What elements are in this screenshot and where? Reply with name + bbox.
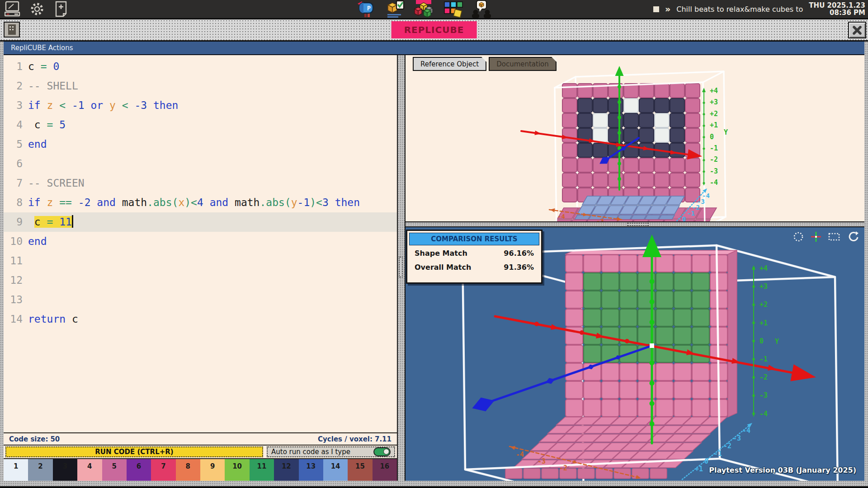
svg-text:+2: +2 (760, 300, 768, 309)
svg-text:-3: -3 (710, 167, 718, 175)
reset-view-icon[interactable] (846, 231, 859, 243)
orbit-icon[interactable] (793, 231, 804, 243)
svg-text:0: 0 (760, 337, 764, 345)
music-stop-icon[interactable] (653, 6, 659, 12)
palette-swatch-14[interactable]: 14 (323, 459, 348, 481)
svg-text:0: 0 (682, 216, 686, 221)
palette-swatch-5[interactable]: 5 (102, 459, 127, 481)
version-text: Playtest Version 03B (January 2025) (709, 466, 856, 474)
horizontal-splitter[interactable] (406, 221, 864, 227)
window-title: REPLICUBE (392, 21, 477, 38)
code-line-5[interactable]: 5end (4, 135, 397, 154)
palette-swatch-2[interactable]: 2 (28, 459, 52, 481)
mailbox-icon[interactable]: P (356, 0, 377, 18)
community-chat-icon[interactable] (471, 0, 492, 18)
tab-fold-icon (481, 57, 486, 62)
text-caret (72, 215, 73, 228)
palette-swatch-8[interactable]: 8 (176, 459, 200, 481)
svg-text:-1: -1 (714, 450, 722, 458)
code-line-14[interactable]: 14return c (4, 310, 397, 329)
palette-swatch-1[interactable]: 1 (4, 459, 28, 481)
palette-swatch-4[interactable]: 4 (77, 459, 102, 481)
palette-swatch-10[interactable]: 10 (225, 459, 249, 481)
palette-swatch-12[interactable]: 12 (274, 459, 298, 481)
svg-text:-2: -2 (723, 442, 731, 450)
svg-text:Y: Y (775, 338, 779, 346)
horizontal-splitter-handle[interactable] (627, 223, 649, 226)
code-line-3[interactable]: 3if z < -1 or y < -3 then (4, 96, 397, 115)
code-line-13[interactable]: 13 (4, 290, 397, 310)
svg-text:-3: -3 (538, 457, 546, 465)
code-line-1[interactable]: 1c = 0 (4, 57, 397, 76)
shape-match-value: 96.16% (504, 249, 534, 258)
editor-actions-row: RUN CODE (CTRL+R) Auto run code as I typ… (4, 445, 397, 458)
svg-text:+1: +1 (695, 465, 703, 473)
shape-match-label: Shape Match (415, 249, 467, 258)
window-titlebar[interactable]: REPLICUBE (0, 18, 868, 42)
my-computer-icon[interactable] (5, 0, 21, 18)
code-line-6[interactable]: 6 (4, 154, 397, 174)
replicube-app-icon[interactable] (412, 0, 435, 18)
svg-text:-2: -2 (760, 373, 768, 381)
taskbar-status-area: » Chill beats to relax&make cubes to THU… (653, 0, 865, 18)
code-line-2[interactable]: 2-- SHELL (4, 76, 397, 96)
palette-swatch-6[interactable]: 6 (127, 459, 151, 481)
clock: THU 2025.1.23 08:36 PM (809, 2, 865, 16)
app-header-title: RepliCUBE Actions (11, 44, 73, 52)
new-file-icon[interactable] (53, 0, 69, 18)
settings-gear-icon[interactable] (28, 0, 46, 18)
tab-fold-icon (552, 57, 557, 62)
window-menu-icon[interactable] (4, 22, 20, 38)
palette-swatch-3[interactable]: 3 (53, 459, 77, 481)
axes-toggle-icon[interactable] (810, 231, 822, 243)
palette-swatch-15[interactable]: 15 (348, 459, 372, 481)
taskbar: P (0, 0, 868, 18)
autorun-toggle-knob (383, 449, 389, 455)
tab-reference-object[interactable]: Reference Object (413, 57, 486, 71)
code-line-10[interactable]: 10end (4, 232, 397, 251)
viewport-tools (793, 231, 859, 243)
code-size-value: 50 (50, 435, 60, 443)
now-playing-text: Chill beats to relax&make cubes to (676, 5, 803, 14)
palette-swatch-16[interactable]: 16 (373, 459, 397, 481)
svg-text:0: 0 (704, 457, 708, 465)
window-glyph (8, 24, 16, 35)
reference-panel: +4+3+2+10-1-2-3-4Y-4-30-1-2-3-4 Referenc… (406, 55, 864, 221)
svg-text:-1: -1 (710, 144, 718, 152)
svg-text:0: 0 (710, 133, 714, 141)
reference-tabs: Reference Object Documentation (413, 57, 557, 71)
autorun-toggle[interactable] (373, 447, 391, 456)
code-line-11[interactable]: 11 (4, 251, 397, 271)
code-line-12[interactable]: 12 (4, 271, 397, 290)
code-line-4[interactable]: 4 c = 5 (4, 115, 397, 135)
overall-match-label: Overall Match (415, 263, 471, 272)
vertical-splitter-handle[interactable] (399, 257, 403, 277)
svg-text:-3: -3 (596, 217, 604, 221)
svg-text:+2: +2 (710, 110, 718, 118)
close-button[interactable] (848, 22, 866, 38)
code-editor[interactable]: 1c = 02-- SHELL3if z < -1 or y < -3 then… (4, 55, 397, 432)
palette-swatch-7[interactable]: 7 (151, 459, 175, 481)
vertical-splitter[interactable] (397, 55, 406, 481)
reference-3d-viewport[interactable]: +4+3+2+10-1-2-3-4Y-4-30-1-2-3-4 (406, 55, 864, 221)
palette-swatch-9[interactable]: 9 (200, 459, 225, 481)
svg-text:+1: +1 (710, 121, 718, 129)
svg-text:-3: -3 (733, 434, 741, 442)
code-line-8[interactable]: 8if z == -2 and math.abs(x)<4 and math.a… (4, 193, 397, 212)
palette-swatch-11[interactable]: 11 (250, 459, 274, 481)
tab-documentation[interactable]: Documentation (489, 57, 557, 71)
code-line-9[interactable]: 9 c = 11 (4, 212, 397, 232)
svg-text:-3: -3 (760, 391, 768, 399)
run-code-button[interactable]: RUN CODE (CTRL+R) (5, 446, 263, 457)
code-line-7[interactable]: 7-- SCREEN (4, 174, 397, 193)
music-next-icon[interactable]: » (665, 0, 670, 18)
svg-text:-1: -1 (760, 355, 768, 363)
overall-match-value: 91.36% (504, 263, 534, 272)
task-checklist-icon[interactable] (384, 0, 405, 18)
color-palette-icon[interactable] (442, 0, 464, 18)
palette-swatch-13[interactable]: 13 (299, 459, 323, 481)
editor-status-bar: Code size: 50 Cycles / voxel: 7.11 (4, 432, 397, 445)
svg-text:Y: Y (724, 128, 728, 136)
svg-text:+4: +4 (710, 87, 718, 95)
bounds-toggle-icon[interactable] (828, 231, 840, 243)
